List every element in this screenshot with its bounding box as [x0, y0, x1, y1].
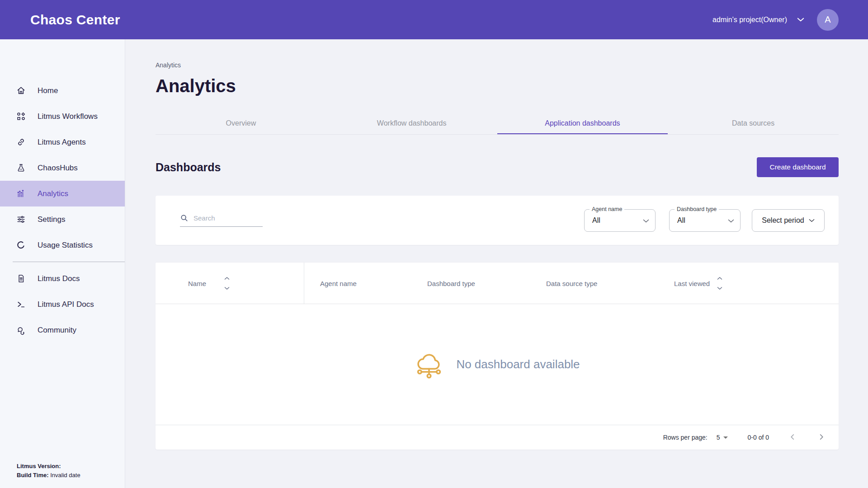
version-info: Litmus Version: Build Time: Invalid date: [17, 462, 80, 480]
column-header-name: Name: [188, 277, 230, 290]
sidebar-item-usage-statistics[interactable]: Usage Statistics: [0, 232, 125, 258]
tab-bar: Overview Workflow dashboards Application…: [156, 113, 839, 135]
sort-controls: [224, 277, 230, 290]
sidebar-item-chaoshubs[interactable]: ChaosHubs: [0, 155, 125, 181]
column-label: Data source type: [546, 279, 597, 287]
rows-per-page-select[interactable]: 5: [717, 434, 728, 441]
flask-icon: [16, 163, 26, 173]
column-label: Name: [188, 279, 206, 287]
sidebar-item-label: Litmus Workflows: [38, 112, 98, 121]
section-title: Dashboards: [156, 161, 221, 174]
dashboard-type-select-label: Dashboard type: [675, 206, 719, 212]
bar-chart-icon: [16, 189, 26, 198]
sidebar-item-label: Litmus Docs: [38, 274, 80, 283]
chevron-down-icon: [643, 219, 649, 223]
sidebar-item-litmus-api-docs[interactable]: Litmus API Docs: [0, 291, 125, 317]
previous-page-button[interactable]: [787, 432, 798, 443]
empty-state: No dashboard available: [156, 304, 839, 425]
app-title: Chaos Center: [30, 12, 120, 28]
search-input[interactable]: [193, 214, 263, 222]
build-time-value: Invalid date: [50, 472, 80, 479]
sidebar-item-label: Usage Statistics: [38, 241, 93, 250]
filter-bar: Agent name All Dashboard type All Select…: [156, 196, 839, 245]
column-label: Last viewed: [674, 279, 710, 287]
column-header-data-source-type: Data source type: [546, 279, 597, 287]
sidebar-item-label: Analytics: [38, 189, 68, 198]
sort-ascending-icon[interactable]: [224, 277, 230, 280]
project-selector[interactable]: admin's project(Owner): [712, 16, 787, 24]
column-label: Dashboard type: [427, 279, 475, 287]
rows-per-page-label: Rows per page:: [663, 434, 708, 441]
main-content: Analytics Analytics Overview Workflow da…: [125, 39, 868, 488]
tab-data-sources[interactable]: Data sources: [668, 113, 839, 134]
chat-bubbles-icon: [16, 325, 26, 335]
sort-ascending-icon[interactable]: [717, 277, 722, 280]
sidebar-divider: [13, 262, 125, 262]
avatar[interactable]: A: [817, 9, 839, 31]
sidebar-item-home[interactable]: Home: [0, 78, 125, 103]
tab-application-dashboards[interactable]: Application dashboards: [497, 113, 668, 134]
agent-name-select[interactable]: Agent name All: [584, 209, 656, 232]
chevron-down-icon: [728, 219, 734, 223]
column-header-dashboard-type: Dashboard type: [427, 279, 475, 287]
column-header-last-viewed: Last viewed: [674, 277, 722, 290]
sidebar-item-label: Settings: [38, 215, 65, 224]
create-dashboard-button[interactable]: Create dashboard: [757, 157, 839, 177]
pagination-range: 0-0 of 0: [748, 434, 769, 441]
sidebar-item-settings[interactable]: Settings: [0, 206, 125, 232]
app-header: Chaos Center admin's project(Owner) A: [0, 0, 868, 39]
tab-overview[interactable]: Overview: [156, 113, 326, 134]
caret-down-icon: [723, 436, 728, 439]
column-label: Agent name: [320, 279, 357, 287]
sidebar-item-litmus-workflows[interactable]: Litmus Workflows: [0, 103, 125, 129]
search-icon: [180, 214, 189, 222]
sidebar-item-litmus-docs[interactable]: Litmus Docs: [0, 266, 125, 291]
link-icon: [16, 137, 26, 147]
home-icon: [16, 86, 26, 95]
page-title: Analytics: [156, 76, 839, 96]
sort-descending-icon[interactable]: [717, 286, 722, 290]
chevron-left-icon: [788, 432, 797, 442]
tab-workflow-dashboards[interactable]: Workflow dashboards: [326, 113, 497, 134]
workflows-icon: [16, 112, 26, 121]
cloud-network-icon: [414, 350, 444, 380]
sidebar-item-label: Community: [38, 326, 76, 335]
column-header-agent-name: Agent name: [320, 279, 357, 287]
chevron-down-icon[interactable]: [797, 18, 804, 22]
dashboard-type-select-value: All: [677, 216, 685, 225]
build-time-label: Build Time:: [17, 472, 49, 479]
sliders-icon: [16, 215, 26, 224]
table-header-row: Name Agent name Dashboard type Data sour…: [156, 262, 839, 304]
sidebar-item-label: ChaosHubs: [38, 164, 78, 173]
sidebar-item-label: Litmus API Docs: [38, 300, 94, 309]
breadcrumb: Analytics: [156, 61, 839, 69]
sidebar-item-analytics[interactable]: Analytics: [0, 181, 125, 206]
sidebar-item-label: Home: [38, 86, 58, 95]
agent-name-select-value: All: [592, 216, 600, 225]
next-page-button[interactable]: [816, 432, 827, 443]
select-period-button[interactable]: Select period: [752, 209, 825, 232]
sidebar-item-label: Litmus Agents: [38, 138, 86, 147]
sidebar-item-litmus-agents[interactable]: Litmus Agents: [0, 129, 125, 155]
sort-controls: [717, 277, 722, 290]
column-divider: [304, 263, 304, 304]
sidebar: Home Litmus Workflows Litmus Agents Chao…: [0, 39, 125, 488]
circle-arc-icon: [16, 240, 26, 250]
dashboard-type-select[interactable]: Dashboard type All: [669, 209, 741, 232]
pagination-bar: Rows per page: 5 0-0 of 0: [156, 425, 839, 450]
agent-name-select-label: Agent name: [590, 206, 624, 212]
search-field: [180, 214, 263, 227]
rows-per-page-value: 5: [717, 434, 720, 441]
chevron-right-icon: [816, 432, 826, 442]
terminal-icon: [16, 300, 26, 309]
header-right: admin's project(Owner) A: [712, 9, 839, 31]
chevron-down-icon: [809, 219, 815, 222]
sort-descending-icon[interactable]: [224, 286, 230, 290]
litmus-version-label: Litmus Version:: [17, 463, 61, 469]
dashboards-table: Name Agent name Dashboard type Data sour…: [156, 262, 839, 450]
empty-message: No dashboard available: [456, 357, 580, 371]
sidebar-item-community[interactable]: Community: [0, 317, 125, 343]
select-period-label: Select period: [762, 216, 804, 225]
document-icon: [16, 274, 26, 283]
